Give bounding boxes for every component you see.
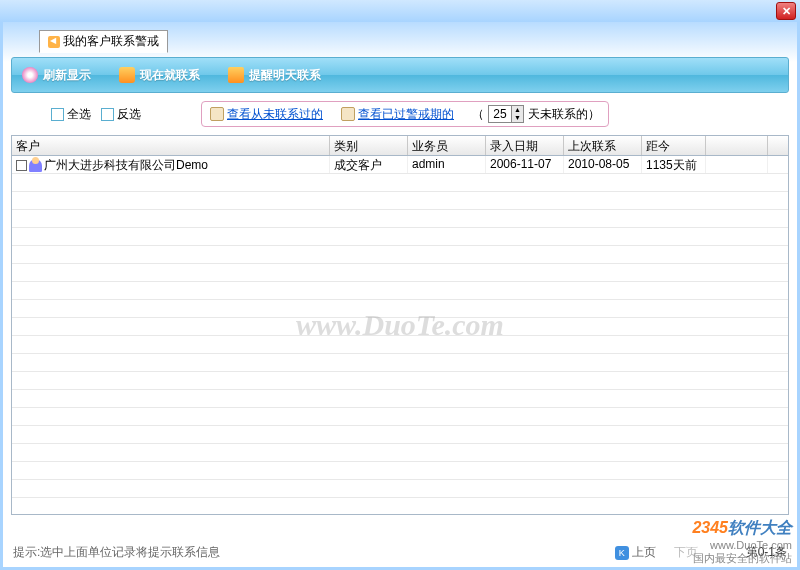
col-salesperson[interactable]: 业务员 xyxy=(408,136,486,155)
cell-entry-date: 2006-11-07 xyxy=(486,156,564,173)
days-value: 25 xyxy=(489,106,511,122)
empty-row xyxy=(12,228,788,246)
checkbox-icon xyxy=(51,108,64,121)
cell-since: 1135天前 xyxy=(642,156,706,173)
window-content: 我的客户联系警戒 刷新显示 现在就联系 提醒明天联系 全选 反选 查看从 xyxy=(0,22,800,570)
contact-now-label: 现在就联系 xyxy=(140,67,200,84)
cell-salesperson: admin xyxy=(408,156,486,173)
checkbox-icon xyxy=(101,108,114,121)
col-extra[interactable] xyxy=(706,136,768,155)
col-category[interactable]: 类别 xyxy=(330,136,408,155)
days-spinner[interactable]: 25 ▲ ▼ xyxy=(488,105,524,123)
col-customer[interactable]: 客户 xyxy=(12,136,330,155)
remind-tomorrow-label: 提醒明天联系 xyxy=(249,67,321,84)
person-icon xyxy=(29,159,42,172)
invert-selection-button[interactable]: 反选 xyxy=(101,106,141,123)
empty-row xyxy=(12,282,788,300)
contact-now-button[interactable]: 现在就联系 xyxy=(119,67,200,84)
col-last-contact[interactable]: 上次联系 xyxy=(564,136,642,155)
brand-number: 2345 xyxy=(692,519,728,536)
speaker-icon xyxy=(48,36,60,48)
empty-row xyxy=(12,444,788,462)
calendar-icon xyxy=(228,67,244,83)
invert-label: 反选 xyxy=(117,106,141,123)
spinner-up[interactable]: ▲ xyxy=(511,106,523,114)
customer-name: 广州大进步科技有限公司Demo xyxy=(44,158,208,172)
col-entry-date[interactable]: 录入日期 xyxy=(486,136,564,155)
select-all-label: 全选 xyxy=(67,106,91,123)
empty-row xyxy=(12,264,788,282)
view-never-label: 查看从未联系过的 xyxy=(227,106,323,123)
brand-suffix: 软件大全 xyxy=(728,519,792,536)
refresh-icon xyxy=(22,67,38,83)
lock-icon xyxy=(341,107,355,121)
cell-category: 成交客户 xyxy=(330,156,408,173)
brand-site: www.DuoTe.com xyxy=(692,539,792,551)
empty-row xyxy=(12,462,788,480)
grid-header: 客户 类别 业务员 录入日期 上次联系 距今 xyxy=(12,136,788,156)
empty-row xyxy=(12,390,788,408)
filter-link-group: 查看从未联系过的 查看已过警戒期的 （ 25 ▲ ▼ 天未联系的） xyxy=(201,101,609,127)
tab-strip: 我的客户联系警戒 xyxy=(39,30,789,53)
branding-area: 2345软件大全 www.DuoTe.com 国内最安全的软件站 xyxy=(692,518,792,566)
empty-row xyxy=(12,480,788,498)
prev-label: 上页 xyxy=(632,544,656,561)
view-never-contacted-link[interactable]: 查看从未联系过的 xyxy=(210,106,323,123)
prev-page-button[interactable]: K 上页 xyxy=(615,544,656,561)
days-suffix: 天未联系的） xyxy=(528,106,600,123)
empty-row xyxy=(12,210,788,228)
brand-slogan: 国内最安全的软件站 xyxy=(692,551,792,566)
cell-customer: 广州大进步科技有限公司Demo xyxy=(12,156,330,173)
brand-logo: 2345软件大全 xyxy=(692,518,792,539)
footer-hint: 提示:选中上面单位记录将提示联系信息 xyxy=(13,544,615,561)
cell-extra xyxy=(706,156,768,173)
view-expired-label: 查看已过警戒期的 xyxy=(358,106,454,123)
filter-row: 全选 反选 查看从未联系过的 查看已过警戒期的 （ 25 ▲ ▼ xyxy=(11,101,789,135)
col-since[interactable]: 距今 xyxy=(642,136,706,155)
refresh-button[interactable]: 刷新显示 xyxy=(22,67,91,84)
days-prefix: （ xyxy=(472,106,484,123)
empty-row xyxy=(12,354,788,372)
window-titlebar: ✕ xyxy=(0,0,800,22)
spinner-down[interactable]: ▼ xyxy=(511,114,523,122)
close-button[interactable]: ✕ xyxy=(776,2,796,20)
footer-bar: 提示:选中上面单位记录将提示联系信息 K 上页 下页 第0-1条 xyxy=(13,544,787,561)
main-toolbar: 刷新显示 现在就联系 提醒明天联系 xyxy=(11,57,789,93)
empty-row xyxy=(12,192,788,210)
tab-label: 我的客户联系警戒 xyxy=(63,34,159,48)
select-all-button[interactable]: 全选 xyxy=(51,106,91,123)
customer-grid: 客户 类别 业务员 录入日期 上次联系 距今 广州大进步科技有限公司Demo 成… xyxy=(11,135,789,515)
empty-row xyxy=(12,174,788,192)
remind-tomorrow-button[interactable]: 提醒明天联系 xyxy=(228,67,321,84)
row-checkbox[interactable] xyxy=(16,160,27,171)
empty-row xyxy=(12,336,788,354)
days-filter: （ 25 ▲ ▼ 天未联系的） xyxy=(472,105,600,123)
document-icon xyxy=(210,107,224,121)
empty-row xyxy=(12,300,788,318)
empty-row xyxy=(12,408,788,426)
refresh-label: 刷新显示 xyxy=(43,67,91,84)
tab-my-customer-warning[interactable]: 我的客户联系警戒 xyxy=(39,30,168,53)
view-expired-link[interactable]: 查看已过警戒期的 xyxy=(341,106,454,123)
table-row[interactable]: 广州大进步科技有限公司Demo 成交客户 admin 2006-11-07 20… xyxy=(12,156,788,174)
empty-row xyxy=(12,318,788,336)
cell-last-contact: 2010-08-05 xyxy=(564,156,642,173)
phone-icon xyxy=(119,67,135,83)
empty-row xyxy=(12,246,788,264)
prev-icon: K xyxy=(615,546,629,560)
empty-row xyxy=(12,426,788,444)
empty-row xyxy=(12,372,788,390)
